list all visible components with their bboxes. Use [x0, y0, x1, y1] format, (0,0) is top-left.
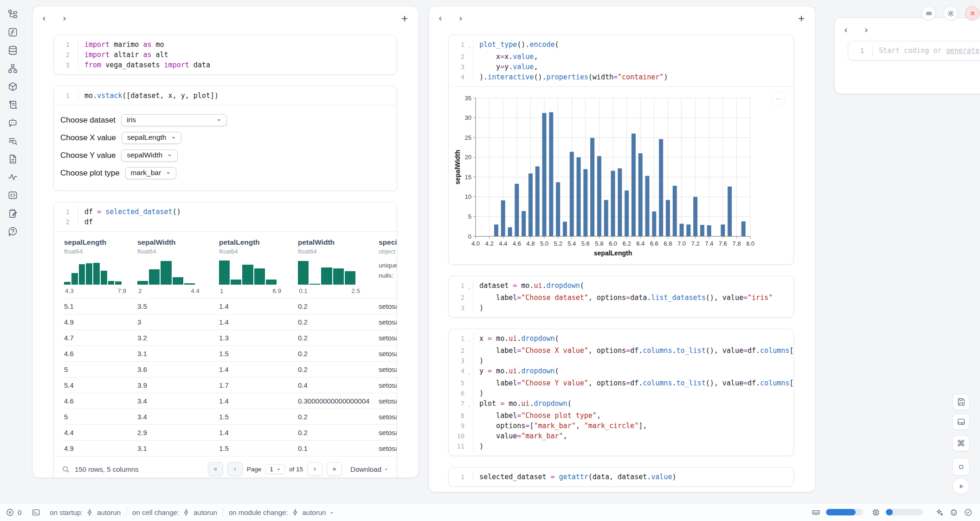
runtime-setting[interactable]: on startup:autorun	[50, 508, 121, 516]
table-cell: setosa	[379, 397, 397, 405]
panel-prev-button[interactable]: ‹	[844, 26, 864, 34]
table-row[interactable]: 4.931.40.2setosa	[64, 314, 397, 330]
panel-layout-button[interactable]	[952, 414, 970, 430]
table-cell: setosa	[379, 365, 397, 373]
code-editor[interactable]: 1⌄plot_type().encode(2 x=x.value,3 y=y.v…	[449, 35, 793, 86]
ram-icon	[812, 508, 820, 517]
chat-bot-icon[interactable]	[7, 117, 19, 129]
function-icon[interactable]	[7, 26, 19, 38]
panel-prev-button[interactable]: ‹	[438, 14, 459, 23]
table-row[interactable]: 4.63.11.50.2setosa	[64, 345, 397, 361]
chart-menu-button[interactable]: ⋯	[771, 91, 786, 106]
chevron-down-icon: ⌄	[167, 152, 172, 156]
dropdown-select[interactable]: iris⌄	[121, 114, 227, 126]
table-row[interactable]: 4.93.11.50.1setosa	[64, 440, 397, 456]
connection-status-icon[interactable]	[964, 508, 973, 517]
next-page-button[interactable]: ›	[307, 462, 322, 476]
code-cell-imports[interactable]: 1import marimo as mo2import altair as al…	[53, 35, 397, 75]
table-row[interactable]: 5.43.91.70.4setosa	[64, 377, 397, 393]
ai-sparkles-icon[interactable]	[935, 508, 944, 517]
table-cell: 0.2	[298, 350, 379, 358]
document-icon[interactable]	[7, 153, 19, 165]
runtime-setting[interactable]: on module change:autorun⌄	[229, 508, 334, 516]
table-row[interactable]: 4.42.91.40.2setosa	[64, 424, 397, 440]
add-cell-button[interactable]: +	[401, 14, 408, 23]
column-header[interactable]: petalWidthfloat640.12.5	[298, 238, 379, 294]
list-search-icon[interactable]	[7, 135, 19, 147]
fold-chevron-icon[interactable]: ⌄	[466, 366, 473, 378]
code-editor[interactable]: 1⌄x = mo.ui.dropdown(2 label="Choose X v…	[449, 329, 793, 456]
code-editor[interactable]: 1selected_dataset = getattr(data, datase…	[449, 468, 793, 486]
table-row[interactable]: 53.41.50.2setosa	[64, 409, 397, 424]
panel-next-button[interactable]: ›	[459, 14, 479, 23]
activity-icon[interactable]	[7, 171, 19, 183]
table-cell: 0.30000000000000004	[298, 397, 379, 405]
prev-page-button[interactable]: ‹	[227, 462, 243, 476]
search-icon[interactable]	[61, 465, 70, 474]
file-tree-icon[interactable]	[7, 8, 19, 20]
help-icon[interactable]	[7, 226, 19, 237]
download-button[interactable]: Download ⌄	[350, 465, 388, 473]
save-button[interactable]	[952, 394, 970, 410]
code-snippet-icon[interactable]	[7, 189, 19, 201]
fold-chevron-icon[interactable]: ⌄	[466, 280, 473, 293]
fold-chevron-icon[interactable]: ⌄	[466, 398, 473, 410]
stop-button[interactable]	[952, 458, 970, 475]
column-header[interactable]: sepalWidthfloat6424.4	[137, 238, 219, 294]
table-row[interactable]: 5.13.51.40.2setosa	[64, 298, 397, 314]
bar-chart[interactable]: 4.04.24.44.64.85.05.25.45.65.86.06.26.46…	[453, 93, 793, 260]
table-row[interactable]: 53.61.40.2setosa	[64, 361, 397, 377]
panel-next-button[interactable]: ›	[63, 14, 83, 23]
dropdown-select[interactable]: sepalLength⌄	[122, 132, 181, 144]
dropdown-select[interactable]: mark_bar⌄	[125, 167, 176, 179]
code-editor[interactable]: 1import marimo as mo2import altair as al…	[54, 35, 397, 74]
run-button[interactable]	[953, 478, 969, 495]
code-cell-xy-plot-dropdowns[interactable]: 1⌄x = mo.ui.dropdown(2 label="Choose X v…	[448, 329, 794, 456]
scroll-log-icon[interactable]	[7, 99, 19, 111]
settings-button[interactable]	[943, 6, 958, 20]
scratchpad-icon[interactable]	[7, 208, 19, 219]
menu-button[interactable]	[922, 6, 936, 20]
panel-next-button[interactable]: ›	[864, 26, 885, 34]
code-cell-vstack[interactable]: 1mo.vstack([dataset, x, y, plot]) Choose…	[53, 86, 397, 191]
code-cell-dataset-dropdown[interactable]: 1⌄dataset = mo.ui.dropdown(2 label="Choo…	[448, 276, 794, 318]
column-header[interactable]: petalLengthfloat6416.9	[219, 238, 298, 294]
dropdown-label: Choose X value	[60, 133, 116, 143]
marimo-app: ‹ › + 1import marimo as mo2import altair…	[0, 0, 980, 521]
code-cell-dataframe[interactable]: 1df = selected_dataset()2df sepalLengthf…	[53, 202, 397, 478]
lightning-bolt-icon	[86, 508, 94, 516]
error-counter[interactable]: 0	[6, 508, 21, 517]
copilot-icon[interactable]	[949, 508, 958, 517]
code-editor[interactable]: 1 Start coding or generate with	[848, 41, 980, 60]
last-page-button[interactable]: »	[327, 462, 342, 476]
first-page-button[interactable]: «	[208, 462, 223, 476]
terminal-button[interactable]	[30, 507, 42, 518]
column-header[interactable]: sepalLengthfloat644.37.9	[64, 238, 137, 294]
code-cell-selected-dataset[interactable]: 1selected_dataset = getattr(data, datase…	[448, 467, 794, 487]
panel-prev-button[interactable]: ‹	[42, 14, 63, 23]
table-cell: 1.4	[219, 318, 298, 326]
code-editor[interactable]: 1df = selected_dataset()2df	[54, 202, 397, 231]
table-cell: setosa	[379, 429, 397, 436]
column-header[interactable]: speciesobjectuniquenulls:	[379, 238, 397, 294]
dropdown-select[interactable]: sepalWidth⌄	[121, 150, 178, 162]
code-editor[interactable]: 1⌄dataset = mo.ui.dropdown(2 label="Choo…	[449, 276, 793, 317]
keyboard-shortcuts-button[interactable]: ⌘	[952, 435, 970, 451]
dependency-graph-icon[interactable]	[7, 63, 19, 74]
svg-text:30: 30	[465, 114, 471, 121]
fold-chevron-icon[interactable]: ⌄	[466, 39, 473, 52]
code-cell-chart[interactable]: 1⌄plot_type().encode(2 x=x.value,3 y=y.v…	[448, 35, 794, 265]
runtime-setting[interactable]: on cell change:autorun	[132, 508, 217, 516]
add-cell-button[interactable]: +	[798, 14, 805, 23]
fold-chevron-icon[interactable]: ⌄	[466, 333, 473, 345]
table-row[interactable]: 4.73.21.30.2setosa	[64, 330, 397, 345]
package-icon[interactable]	[7, 81, 19, 92]
page-select[interactable]: 1 ⌄	[265, 464, 285, 474]
divider	[126, 507, 127, 517]
table-row[interactable]: 4.63.41.40.30000000000000004setosa	[64, 393, 397, 409]
database-icon[interactable]	[7, 45, 19, 56]
shutdown-button[interactable]	[965, 6, 980, 20]
empty-code-cell[interactable]: 1 Start coding or generate with	[848, 41, 980, 60]
histogram-range: 16.9	[219, 287, 282, 294]
code-editor[interactable]: 1mo.vstack([dataset, x, y, plot])	[54, 86, 397, 105]
